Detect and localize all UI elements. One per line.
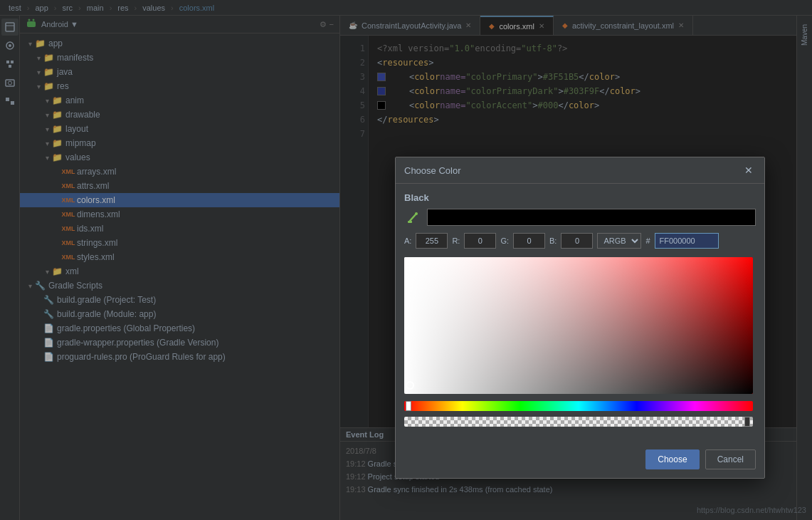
gradient-selector-handle[interactable] xyxy=(406,381,414,390)
color-chooser-dialog: Choose Color ✕ Black A: R: G: B: xyxy=(395,157,765,479)
alpha-input[interactable] xyxy=(416,233,448,249)
blue-label: B: xyxy=(549,236,557,245)
eyedropper-button[interactable] xyxy=(404,209,421,226)
dialog-close-button[interactable]: ✕ xyxy=(742,163,756,177)
green-label: G: xyxy=(500,236,509,245)
hue-slider[interactable] xyxy=(404,401,753,411)
red-label: R: xyxy=(452,236,460,245)
alpha-label: A: xyxy=(404,236,411,245)
dialog-footer: Choose Cancel xyxy=(396,444,764,478)
color-mode-select[interactable]: ARGB RGB HSB xyxy=(597,233,641,249)
hex-hash-label: # xyxy=(645,236,650,245)
hue-slider-container xyxy=(404,401,753,411)
dialog-body: Black A: R: G: B: ARGB RGB HSB xyxy=(396,184,764,444)
hex-value-input[interactable] xyxy=(655,233,719,249)
red-input[interactable] xyxy=(464,233,496,249)
color-preview-row xyxy=(404,209,756,226)
color-name-label: Black xyxy=(404,192,756,203)
blue-input[interactable] xyxy=(561,233,593,249)
choose-button[interactable]: Choose xyxy=(645,449,699,469)
color-preview-bar xyxy=(427,209,756,226)
dialog-title-bar: Choose Color ✕ xyxy=(396,157,764,184)
alpha-slider-container xyxy=(404,417,753,427)
svg-line-15 xyxy=(410,214,416,221)
svg-point-16 xyxy=(415,212,418,215)
hue-slider-thumb[interactable] xyxy=(406,401,411,411)
color-gradient-picker[interactable] xyxy=(404,257,753,394)
dialog-title: Choose Color xyxy=(404,165,461,176)
green-input[interactable] xyxy=(513,233,545,249)
cancel-button[interactable]: Cancel xyxy=(705,449,756,469)
gradient-white-overlay xyxy=(404,257,753,394)
argb-inputs-row: A: R: G: B: ARGB RGB HSB # xyxy=(404,233,756,249)
alpha-slider[interactable] xyxy=(404,417,753,427)
alpha-slider-thumb[interactable] xyxy=(744,417,750,427)
